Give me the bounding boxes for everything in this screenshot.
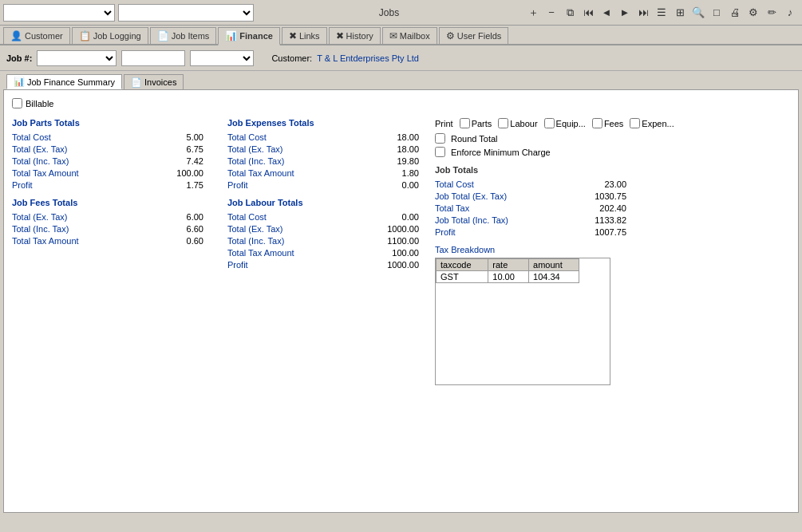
tax-col-amount: amount [529,259,579,271]
music-icon[interactable]: ♪ [781,4,799,22]
sub-tab-invoices[interactable]: 📄 Invoices [124,74,184,89]
tax-table: taxcode rate amount GST 10.00 104.34 [436,258,579,283]
enforce-min-checkbox[interactable] [435,147,445,157]
tax-breakdown-title: Tax Breakdown [435,245,790,254]
fees-total-inc-tax: Total (Inc. Tax) 6.60 [12,224,203,234]
customer-value: T & L Entderprises Pty Ltd [317,53,419,63]
tax-row-amount: 104.34 [529,271,579,283]
job-totals-title: Job Totals [435,165,790,175]
tab-job-logging[interactable]: 📋 Job Logging [72,27,148,44]
parts-total-ex-tax: Total (Ex. Tax) 6.75 [12,144,203,154]
exp-total-inc-tax: Total (Inc. Tax) 19.80 [227,156,419,166]
far-right-column: Print Parts Labour Equip... Fees [435,118,790,385]
job-label: Job #: [6,53,32,63]
print-fees-label: Fees [592,118,623,128]
print-label: Print [435,119,453,128]
skip-forward-icon[interactable]: ⏭ [634,4,652,22]
tab-finance[interactable]: 📊 Finance [218,27,280,45]
user-fields-icon: ⚙ [446,30,455,41]
next-icon[interactable]: ► [616,4,634,22]
tax-breakdown-box: taxcode rate amount GST 10.00 104.34 [435,258,610,385]
links-icon: ✖ [289,30,297,41]
job-id-select[interactable] [37,50,117,66]
job-bar: Job #: 1013 Customer: T & L Entderprises… [0,45,802,71]
enforce-min-row: Enforce Minimum Charge [435,147,790,157]
exp-total-cost: Total Cost 18.00 [227,132,419,142]
lab-tax-amount: Total Tax Amount 100.00 [227,248,419,258]
print-expen-checkbox[interactable] [630,118,640,128]
toolbar-label: Jobs [257,7,521,18]
finance-summary-icon: 📊 [14,77,25,87]
print-fees-checkbox[interactable] [592,118,602,128]
lab-total-inc-tax: Total (Inc. Tax) 1100.00 [227,236,419,246]
edit-icon[interactable]: ✏ [763,4,780,22]
billable-row: Billable [12,98,790,108]
toolbar-dropdown1[interactable] [3,4,115,22]
grid-icon[interactable]: ⊞ [671,4,689,22]
tax-row-taxcode: GST [437,271,488,283]
skip-back-icon[interactable]: ⏮ [579,4,597,22]
round-total-row: Round Total [435,133,790,144]
job-tail-select[interactable] [190,50,254,66]
finance-icon: 📊 [225,30,237,41]
tab-history[interactable]: ✖ History [329,27,381,44]
print-parts-label: Parts [460,118,492,128]
billable-checkbox[interactable] [12,98,22,108]
tax-col-taxcode: taxcode [437,259,488,271]
content-area: Billable Job Parts Totals Total Cost 5.0… [3,89,799,513]
print-icon[interactable]: 🖨 [726,4,744,22]
settings-icon[interactable]: ⚙ [745,4,762,22]
list-icon[interactable]: ☰ [653,4,670,22]
parts-tax-amount: Total Tax Amount 100.00 [12,168,203,178]
round-total-checkbox[interactable] [435,133,445,144]
clear-icon[interactable]: □ [708,4,725,22]
sub-tab-finance-summary[interactable]: 📊 Job Finance Summary [6,74,122,89]
print-labour-label: Labour [498,118,537,128]
job-id-input[interactable]: 1013 [121,50,185,66]
job-logging-icon: 📋 [79,30,91,41]
jt-profit: Profit 1007.75 [435,227,626,237]
customer-label: Customer: [271,53,312,63]
enforce-min-label: Enforce Minimum Charge [451,148,551,157]
print-expen-label: Expen... [630,118,674,128]
jt-total-cost: Total Cost 23.00 [435,179,626,189]
tab-user-fields[interactable]: ⚙ User Fields [439,27,509,44]
left-column: Job Parts Totals Total Cost 5.00 Total (… [12,118,203,385]
tax-col-rate: rate [488,259,529,271]
job-fees-title: Job Fees Totals [12,198,203,207]
tab-customer[interactable]: 👤 Customer [3,27,70,44]
prev-icon[interactable]: ◄ [598,4,615,22]
toolbar-icons: ＋ − ⧉ ⏮ ◄ ► ⏭ ☰ ⊞ 🔍 □ 🖨 ⚙ ✏ ♪ [524,4,799,22]
tab-job-items[interactable]: 📄 Job Items [150,27,217,44]
invoices-icon: 📄 [131,77,142,88]
exp-profit: Profit 0.00 [227,180,419,190]
tab-mailbox[interactable]: ✉ Mailbox [382,27,437,44]
customer-icon: 👤 [10,30,22,41]
tab-links[interactable]: ✖ Links [282,27,327,44]
job-parts-title: Job Parts Totals [12,118,203,128]
job-labour-title: Job Labour Totals [227,198,419,207]
job-expenses-title: Job Expenses Totals [227,118,419,128]
exp-total-ex-tax: Total (Ex. Tax) 18.00 [227,144,419,154]
copy-icon[interactable]: ⧉ [561,4,579,22]
parts-total-inc-tax: Total (Inc. Tax) 7.42 [12,156,203,166]
print-equip-checkbox[interactable] [544,118,555,128]
parts-total-cost: Total Cost 5.00 [12,132,203,142]
lab-total-cost: Total Cost 0.00 [227,212,419,222]
tax-row-rate: 10.00 [488,271,529,283]
minus-icon[interactable]: − [543,4,560,22]
jt-total-tax: Total Tax 202.40 [435,203,626,213]
history-icon: ✖ [336,30,344,41]
toolbar-dropdown2[interactable] [118,4,254,22]
print-labour-checkbox[interactable] [498,118,508,128]
print-parts-checkbox[interactable] [460,118,470,128]
fees-total-ex-tax: Total (Ex. Tax) 6.00 [12,212,203,222]
parts-profit: Profit 1.75 [12,180,203,190]
jt-total-inc-tax: Job Total (Inc. Tax) 1133.82 [435,215,626,225]
lab-total-ex-tax: Total (Ex. Tax) 1000.00 [227,224,419,234]
table-row: GST 10.00 104.34 [437,271,579,283]
search-icon[interactable]: 🔍 [689,4,707,22]
sub-tabs: 📊 Job Finance Summary 📄 Invoices [0,71,802,89]
fees-tax-amount: Total Tax Amount 0.60 [12,236,203,246]
add-icon[interactable]: ＋ [524,4,542,22]
